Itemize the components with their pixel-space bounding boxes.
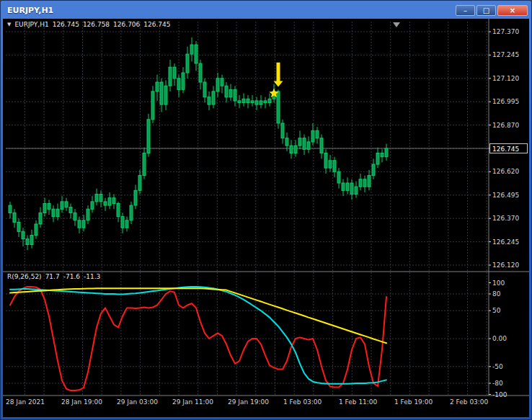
svg-text:0.00: 0.00 [492,335,507,342]
svg-text:29 Jan 03:00: 29 Jan 03:00 [117,398,158,406]
window-title: EURJPY,H1 [7,6,456,15]
svg-text:28 Jan 19:00: 28 Jan 19:00 [61,398,102,406]
svg-text:126.245: 126.245 [492,238,519,246]
svg-text:100: 100 [492,280,505,287]
svg-text:50: 50 [492,307,501,314]
svg-text:-100: -100 [492,391,507,398]
svg-text:1 Feb 11:00: 1 Feb 11:00 [339,398,378,406]
price-axis[interactable]: 127.370127.245127.120126.995126.870126.7… [489,28,528,269]
chart-canvas[interactable]: 127.370127.245127.120126.995126.870126.7… [3,19,529,417]
svg-text:80: 80 [492,290,501,298]
svg-text:29 Jan 19:00: 29 Jan 19:00 [228,398,269,406]
svg-text:29 Jan 11:00: 29 Jan 11:00 [172,398,213,406]
svg-text:127.120: 127.120 [492,75,519,82]
indicator-axis[interactable]: 10080500.00-50-80-100 [489,280,507,398]
time-axis[interactable]: 28 Jan 202128 Jan 19:0029 Jan 03:0029 Ja… [6,398,489,406]
maximize-button[interactable]: □ [476,5,496,16]
chart-window: EURJPY,H1 – □ × 127.370127.245127.120126… [0,0,532,420]
svg-text:1 Feb 03:00: 1 Feb 03:00 [283,398,322,406]
svg-text:-80: -80 [492,380,503,387]
svg-text:28 Jan 2021: 28 Jan 2021 [6,398,45,406]
svg-text:126.995: 126.995 [492,98,519,105]
svg-text:126.620: 126.620 [492,168,519,175]
svg-text:126.745: 126.745 [492,146,519,153]
svg-text:126.495: 126.495 [492,192,519,199]
svg-text:127.370: 127.370 [492,28,519,35]
svg-text:126.870: 126.870 [492,122,519,129]
svg-text:2 Feb 03:00: 2 Feb 03:00 [450,398,489,406]
minimize-button[interactable]: – [456,5,475,16]
titlebar[interactable]: EURJPY,H1 – □ × [1,1,531,18]
svg-text:127.245: 127.245 [492,51,519,58]
chart-client-area: 127.370127.245127.120126.995126.870126.7… [3,19,529,417]
svg-text:-50: -50 [492,363,503,370]
svg-text:126.370: 126.370 [492,215,519,222]
chart-shift-marker[interactable] [393,22,400,27]
grid [6,22,489,396]
svg-text:126.120: 126.120 [492,262,519,269]
close-button[interactable]: × [497,5,528,16]
svg-text:1 Feb 19:00: 1 Feb 19:00 [394,398,433,406]
window-controls: – □ × [456,5,528,16]
